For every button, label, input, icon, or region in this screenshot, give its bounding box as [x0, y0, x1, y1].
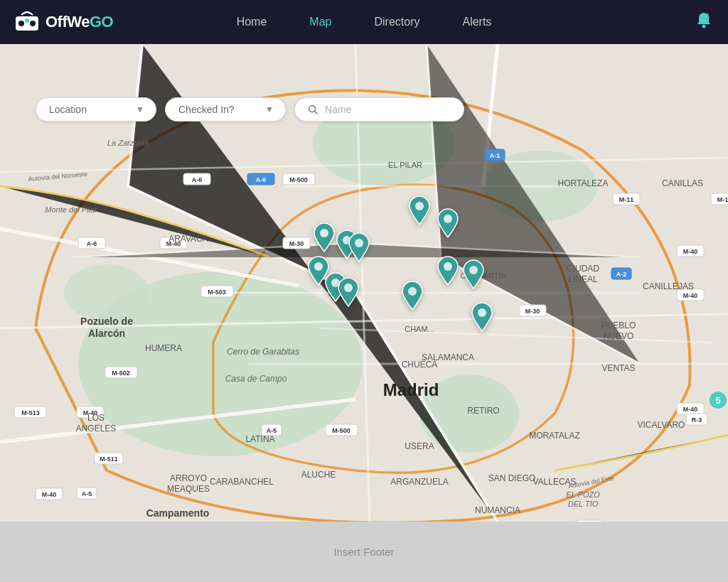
svg-text:VILLA DE: VILLA DE [580, 520, 614, 522]
svg-text:ARROYO: ARROYO [170, 473, 207, 483]
svg-point-6 [707, 16, 710, 18]
svg-text:Pozuelo de: Pozuelo de [80, 316, 133, 327]
svg-text:CARABANCHEL: CARABANCHEL [210, 477, 274, 487]
svg-text:VICALVARO: VICALVARO [638, 420, 685, 430]
logo[interactable]: OffWeGO [14, 9, 113, 35]
alerts-bell[interactable] [694, 11, 714, 33]
svg-point-4 [702, 25, 705, 28]
nav-directory[interactable]: Directory [374, 16, 419, 28]
svg-text:M-11: M-11 [619, 196, 634, 203]
svg-text:USERA: USERA [405, 441, 434, 451]
map-container[interactable]: M-40 A-6 A-6 A-6 M-500 M-503 M-30 A-1 M-… [0, 44, 728, 522]
svg-text:M-503: M-503 [208, 289, 226, 296]
svg-text:M-40: M-40 [683, 248, 698, 255]
svg-point-116 [444, 215, 452, 223]
nav-map[interactable]: Map [309, 16, 331, 28]
svg-text:Monte del Pilar: Monte del Pilar [45, 205, 98, 214]
nav-alerts[interactable]: Alerts [462, 16, 491, 28]
svg-text:SAN DIEGO: SAN DIEGO [488, 473, 536, 483]
map-pin-2[interactable] [435, 208, 461, 242]
logo-off: Off [46, 13, 67, 31]
name-input[interactable] [325, 104, 451, 115]
svg-text:LINEAL: LINEAL [568, 274, 598, 284]
svg-text:M-11: M-11 [717, 196, 728, 203]
map-pin-8[interactable] [336, 276, 361, 311]
svg-text:M-40: M-40 [683, 292, 698, 299]
svg-point-1 [18, 21, 24, 26]
svg-point-125 [408, 287, 417, 296]
svg-text:ANGELES: ANGELES [76, 424, 117, 433]
map-badge-5[interactable]: 5 [710, 392, 727, 409]
svg-point-5 [706, 14, 709, 16]
location-dropdown[interactable]: Location ▼ [36, 97, 156, 122]
svg-text:VENTAS: VENTAS [601, 363, 635, 373]
svg-text:CIUDAD: CIUDAD [567, 264, 599, 274]
svg-text:NUEVO: NUEVO [604, 331, 634, 341]
svg-point-126 [478, 308, 486, 317]
svg-point-115 [415, 202, 424, 210]
svg-text:Madrid: Madrid [383, 380, 439, 399]
svg-text:A-1: A-1 [490, 152, 500, 159]
svg-text:R-3: R-3 [692, 416, 702, 424]
svg-text:PUEBLO: PUEBLO [601, 320, 636, 330]
bell-icon [694, 11, 714, 31]
svg-point-2 [30, 21, 36, 26]
svg-text:ALUCHE: ALUCHE [301, 470, 336, 480]
checked-in-label: Checked In? [178, 104, 235, 115]
svg-text:DEL TIO: DEL TIO [568, 500, 599, 508]
svg-text:A-5: A-5 [267, 427, 277, 434]
nav-links: Home Map Directory Alerts [237, 16, 492, 28]
footer-text: Insert Footer [333, 546, 394, 558]
svg-text:M-513: M-513 [21, 409, 40, 416]
svg-text:HUMERA: HUMERA [145, 343, 182, 353]
svg-text:M-502: M-502 [112, 370, 130, 377]
svg-text:HORTALEZA: HORTALEZA [558, 178, 609, 188]
map-pin-3[interactable] [311, 222, 337, 256]
svg-text:CANILLEJAS: CANILLEJAS [643, 281, 694, 291]
checked-in-chevron-icon: ▼ [265, 104, 274, 114]
checked-in-dropdown[interactable]: Checked In? ▼ [165, 97, 286, 122]
svg-text:ARGANZUELA: ARGANZUELA [390, 477, 448, 487]
svg-point-117 [320, 229, 328, 237]
svg-point-122 [344, 284, 353, 292]
svg-text:A-6: A-6 [87, 240, 97, 247]
map-pin-12[interactable] [469, 301, 495, 335]
map-pin-10[interactable] [461, 259, 486, 293]
svg-text:Casa de Campo: Casa de Campo [225, 374, 287, 384]
svg-point-123 [444, 262, 452, 271]
svg-text:RETIRO: RETIRO [467, 406, 499, 416]
logo-icon [14, 9, 40, 35]
svg-text:LOS: LOS [87, 413, 105, 423]
svg-point-124 [469, 266, 478, 274]
location-label: Location [49, 104, 87, 115]
svg-text:CHUECA: CHUECA [402, 360, 438, 370]
svg-text:M-40: M-40 [683, 406, 698, 413]
svg-text:CANILLAS: CANILLAS [662, 178, 703, 188]
nav-home[interactable]: Home [237, 16, 267, 28]
footer: Insert Footer [0, 522, 728, 582]
map-pin-11[interactable] [400, 280, 425, 314]
svg-text:NUMANCIA: NUMANCIA [475, 505, 520, 515]
logo-text: OffWeGO [46, 13, 113, 31]
svg-point-120 [314, 262, 323, 271]
svg-text:Campamento: Campamento [146, 507, 210, 519]
svg-text:Alarcón: Alarcón [88, 328, 125, 339]
svg-text:A-6: A-6 [192, 176, 203, 183]
svg-point-3 [25, 18, 29, 23]
svg-text:Cerro de Garabitas: Cerro de Garabitas [227, 347, 299, 357]
svg-text:M-500: M-500 [332, 427, 350, 434]
map-pin-9[interactable] [435, 255, 461, 289]
name-search[interactable] [294, 97, 464, 122]
svg-line-114 [315, 112, 318, 114]
svg-text:MEAQUES: MEAQUES [167, 484, 210, 494]
svg-text:EL POZO: EL POZO [566, 490, 600, 499]
map-pin-5[interactable] [346, 232, 372, 266]
map-pin-1[interactable] [407, 195, 432, 229]
location-chevron-icon: ▼ [136, 104, 144, 114]
filter-bar: Location ▼ Checked In? ▼ [36, 97, 464, 122]
svg-text:A-6: A-6 [256, 176, 267, 183]
svg-point-12 [64, 264, 149, 321]
svg-point-119 [355, 239, 363, 247]
svg-text:A-2: A-2 [616, 271, 627, 278]
svg-text:EL PILAR: EL PILAR [388, 161, 422, 169]
